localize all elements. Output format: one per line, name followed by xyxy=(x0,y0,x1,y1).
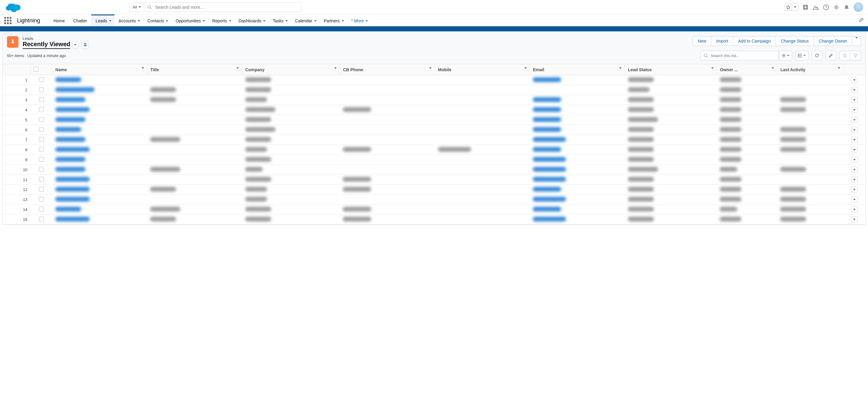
column-header-name[interactable]: Name xyxy=(52,64,147,75)
display-as-button[interactable] xyxy=(795,51,808,60)
nav-item-partners[interactable]: Partners xyxy=(319,14,347,26)
new-button[interactable]: New xyxy=(692,36,711,46)
nav-item-leads[interactable]: Leads xyxy=(91,14,114,26)
column-header-title[interactable]: Title xyxy=(147,64,242,75)
cell-name[interactable] xyxy=(52,185,147,195)
cell-name[interactable] xyxy=(52,115,147,125)
cell-name[interactable] xyxy=(52,135,147,145)
list-view-name[interactable]: Recently Viewed xyxy=(23,41,70,49)
cell-email[interactable] xyxy=(530,85,625,95)
cell-email[interactable] xyxy=(530,205,625,214)
cell-email[interactable] xyxy=(530,195,625,205)
global-search[interactable] xyxy=(144,2,302,12)
cell-name[interactable] xyxy=(52,205,147,214)
row-checkbox[interactable] xyxy=(39,127,44,132)
row-actions-button[interactable] xyxy=(851,206,858,212)
cell-name[interactable] xyxy=(52,175,147,185)
list-search-input[interactable] xyxy=(711,54,776,58)
cell-name[interactable] xyxy=(52,214,147,225)
row-actions-button[interactable] xyxy=(851,97,858,103)
app-launcher-icon[interactable] xyxy=(4,17,11,24)
select-all-checkbox[interactable] xyxy=(33,67,38,71)
cell-email[interactable] xyxy=(530,135,625,145)
row-actions-button[interactable] xyxy=(851,117,858,123)
cell-email[interactable] xyxy=(530,214,625,225)
row-actions-button[interactable] xyxy=(851,197,858,203)
row-checkbox[interactable] xyxy=(39,187,44,192)
more-actions-button[interactable] xyxy=(852,36,861,46)
nav-item-dashboards[interactable]: Dashboards xyxy=(235,14,269,26)
row-checkbox[interactable] xyxy=(39,207,44,211)
cell-email[interactable] xyxy=(530,165,625,175)
column-header-cb-phone[interactable]: CB Phone xyxy=(340,64,435,75)
edit-nav-button[interactable] xyxy=(859,18,864,23)
favorites-group[interactable] xyxy=(785,4,799,11)
add-to-campaign-button[interactable]: Add to Campaign xyxy=(733,36,776,46)
column-header-mobile[interactable]: Mobile xyxy=(435,64,530,75)
change-owner-button[interactable]: Change Owner xyxy=(814,36,852,46)
search-scope-dropdown[interactable]: All xyxy=(129,2,144,12)
cell-email[interactable] xyxy=(530,185,625,195)
row-actions-button[interactable] xyxy=(851,87,858,93)
change-status-button[interactable]: Change Status xyxy=(776,36,814,46)
cell-email[interactable] xyxy=(530,145,625,155)
cell-email[interactable] xyxy=(530,105,625,115)
setup-button[interactable] xyxy=(833,4,840,10)
list-view-picker[interactable] xyxy=(72,42,79,48)
list-view-controls-button[interactable] xyxy=(779,51,792,60)
notifications-button[interactable] xyxy=(843,4,850,10)
cell-name[interactable] xyxy=(52,105,147,115)
column-header-email[interactable]: Email xyxy=(530,64,625,75)
nav-more[interactable]: * More xyxy=(347,14,371,26)
cell-name[interactable] xyxy=(52,95,147,105)
cell-email[interactable] xyxy=(530,125,625,135)
nav-item-chatter[interactable]: Chatter xyxy=(69,14,91,26)
row-actions-button[interactable] xyxy=(851,176,858,182)
nav-item-calendar[interactable]: Calendar xyxy=(291,14,319,26)
chart-button[interactable] xyxy=(839,51,850,60)
row-actions-button[interactable] xyxy=(851,216,858,222)
list-search[interactable] xyxy=(701,51,779,60)
cell-name[interactable] xyxy=(52,195,147,205)
global-search-input[interactable] xyxy=(155,5,298,10)
column-header-company[interactable]: Company xyxy=(242,64,340,75)
row-actions-button[interactable] xyxy=(851,127,858,133)
row-checkbox[interactable] xyxy=(39,137,44,142)
row-checkbox[interactable] xyxy=(39,117,44,122)
row-actions-button[interactable] xyxy=(851,186,858,193)
row-actions-button[interactable] xyxy=(851,167,858,173)
nav-item-reports[interactable]: Reports xyxy=(208,14,235,26)
nav-item-home[interactable]: Home xyxy=(49,14,69,26)
row-checkbox[interactable] xyxy=(39,107,44,112)
nav-item-contacts[interactable]: Contacts xyxy=(143,14,171,26)
row-checkbox[interactable] xyxy=(39,147,44,152)
cell-email[interactable] xyxy=(530,155,625,165)
global-actions-button[interactable] xyxy=(802,4,809,10)
column-header-last-activity[interactable]: Last Activity xyxy=(777,64,843,75)
row-checkbox[interactable] xyxy=(39,157,44,162)
cell-name[interactable] xyxy=(52,75,147,85)
cell-name[interactable] xyxy=(52,145,147,155)
pin-list-button[interactable] xyxy=(82,41,89,49)
row-checkbox[interactable] xyxy=(39,87,44,92)
row-checkbox[interactable] xyxy=(39,167,44,172)
cell-name[interactable] xyxy=(52,165,147,175)
cell-email[interactable] xyxy=(530,95,625,105)
import-button[interactable]: Import xyxy=(711,36,733,46)
row-actions-button[interactable] xyxy=(851,107,858,113)
cell-name[interactable] xyxy=(52,85,147,95)
nav-item-accounts[interactable]: Accounts xyxy=(115,14,144,26)
cell-email[interactable] xyxy=(530,75,625,85)
filter-button[interactable] xyxy=(850,51,861,60)
cell-email[interactable] xyxy=(530,115,625,125)
row-actions-button[interactable] xyxy=(851,137,858,143)
cell-name[interactable] xyxy=(52,155,147,165)
nav-item-tasks[interactable]: Tasks xyxy=(269,14,291,26)
nav-item-opportunities[interactable]: Opportunities xyxy=(171,14,208,26)
refresh-button[interactable] xyxy=(811,51,823,60)
row-actions-button[interactable] xyxy=(851,157,858,163)
row-actions-button[interactable] xyxy=(851,77,858,83)
column-header-lead-status[interactable]: Lead Status xyxy=(625,64,717,75)
help-button[interactable]: ? xyxy=(823,4,829,10)
cell-name[interactable] xyxy=(52,125,147,135)
